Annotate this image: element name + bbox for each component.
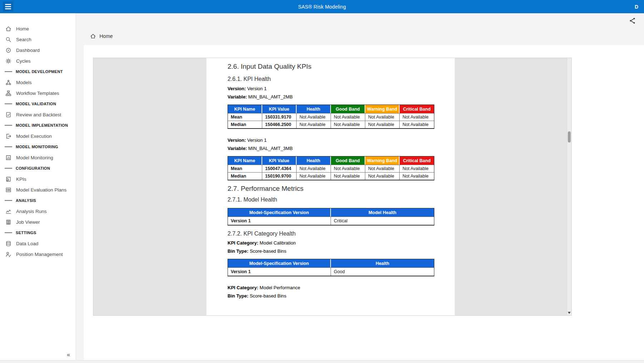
table-cell: Not Available [400, 113, 434, 121]
table-header-row: KPI Name KPI Value Health Good Band Warn… [228, 105, 434, 113]
sidebar-section-label: MODEL IMPLEMENTATION [16, 123, 68, 127]
sidebar-nav: Home Search Dashboard Cycles MODEL DEVEL… [0, 13, 76, 360]
section-heading-27: 2.7. Performance Metrics [228, 184, 435, 193]
sidebar-item-label: Search [16, 37, 31, 42]
col-critical-band: Critical Band [400, 105, 434, 113]
sidebar-item-dashboard[interactable]: Dashboard [0, 45, 76, 55]
section-dash-icon [5, 232, 12, 233]
table-cell: 150190.9700 [262, 172, 297, 180]
sidebar-item-position-management[interactable]: Position Management [0, 249, 76, 260]
table-cell: Not Available [297, 113, 331, 121]
breadcrumb-home[interactable]: Home [99, 33, 113, 39]
document-scrollbar[interactable] [567, 58, 571, 315]
sidebar-collapse-button[interactable]: « [67, 352, 70, 358]
col-health: Health [297, 105, 331, 113]
sidebar-section-model-development: MODEL DEVELOPMENT [0, 66, 76, 77]
kpi-category-health-table: Model-Specification Version Health Versi… [228, 259, 434, 276]
sidebar-item-workflow-templates[interactable]: Workflow Templates [0, 88, 76, 98]
sidebar-item-home[interactable]: Home [0, 23, 76, 34]
sidebar-item-data-load[interactable]: Data Load [0, 238, 76, 249]
version-value: Version 1 [247, 137, 267, 143]
data-load-icon [5, 241, 11, 247]
model-evaluation-plans-icon [5, 187, 11, 193]
sidebar-section-configuration: CONFIGURATION [0, 163, 76, 174]
sidebar-section-label: SETTINGS [16, 231, 36, 235]
sidebar-item-label: Model Evaluation Plans [16, 187, 67, 193]
table-cell: Not Available [365, 113, 400, 121]
app-topbar: SAS® Risk Modeling D [0, 0, 644, 13]
sidebar-section-label: MODEL DEVELOPMENT [16, 69, 63, 74]
sidebar-item-cycles[interactable]: Cycles [0, 55, 76, 66]
position-management-icon [5, 251, 11, 257]
table-header-row: KPI Name KPI Value Health Good Band Warn… [228, 156, 434, 165]
job-viewer-icon [5, 219, 11, 225]
variable-line: Variable: MIN_BAL_AMT_2MB [228, 94, 435, 100]
sidebar-section-settings: SETTINGS [0, 227, 76, 238]
col-warning-band: Warning Band [365, 105, 400, 113]
bin-type-value: Score-based Bins [250, 293, 287, 299]
table-cell: Not Available [400, 121, 434, 128]
main-content: Home 2.6. Input Data Quality KPIs 2.6.1.… [77, 13, 644, 360]
sidebar-item-label: Cycles [16, 58, 31, 64]
sidebar-item-label: Home [16, 26, 29, 32]
table-header-row: Model-Specification Version Model Health [228, 208, 434, 217]
variable-label: Variable: [228, 146, 247, 151]
table-cell: Not Available [331, 113, 365, 121]
table-row: Median 150466.2500 Not Available Not Ava… [228, 121, 434, 128]
sidebar-item-review-and-backtest[interactable]: Review and Backtest [0, 109, 76, 120]
col-critical-band: Critical Band [400, 156, 434, 165]
table-cell: Not Available [331, 172, 365, 180]
table-cell: Not Available [365, 121, 400, 128]
sidebar-item-search[interactable]: Search [0, 34, 76, 45]
col-warning-band: Warning Band [365, 156, 400, 165]
section-dash-icon [5, 200, 12, 201]
table-row: Median 150190.9700 Not Available Not Ava… [228, 172, 434, 180]
report-panel: 2.6. Input Data Quality KPIs 2.6.1. KPI … [84, 45, 644, 360]
sidebar-item-job-viewer[interactable]: Job Viewer [0, 217, 76, 227]
user-avatar[interactable]: D [635, 0, 638, 13]
sidebar-section-model-implementation: MODEL IMPLEMENTATION [0, 120, 76, 131]
report-page: 2.6. Input Data Quality KPIs 2.6.1. KPI … [206, 58, 455, 315]
sidebar-item-label: Analysis Runs [16, 209, 47, 214]
section-heading-261: 2.6.1. KPI Health [228, 76, 435, 83]
kpi-category-label: KPI Category: [228, 285, 258, 290]
sidebar-section-label: ANALYSIS [16, 198, 36, 203]
sidebar-item-model-execution[interactable]: Model Execution [0, 131, 76, 141]
sidebar-item-label: Models [16, 80, 32, 85]
section-heading-26: 2.6. Input Data Quality KPIs [228, 62, 435, 71]
kpi-category-line: KPI Category: Model Calibration [228, 240, 435, 246]
table-cell: Mean [228, 165, 262, 172]
table-cell: Not Available [297, 121, 331, 128]
bin-type-value: Score-based Bins [250, 248, 287, 254]
breadcrumb[interactable]: Home [90, 33, 113, 39]
scrollbar-down-arrow-icon[interactable] [568, 312, 571, 314]
scrollbar-thumb[interactable] [568, 131, 571, 142]
status-cell-critical: Critical [331, 217, 434, 225]
sidebar-item-models[interactable]: Models [0, 77, 76, 88]
share-icon[interactable] [629, 17, 636, 24]
variable-label: Variable: [228, 94, 247, 100]
sidebar-item-model-monitoring[interactable]: Model Monitoring [0, 152, 76, 163]
version-label: Version: [228, 137, 246, 143]
bin-type-line: Bin Type: Score-based Bins [228, 293, 435, 299]
sidebar-item-kpis[interactable]: KPIs [0, 174, 76, 184]
home-icon [5, 26, 11, 32]
app-title: SAS® Risk Modeling [0, 0, 644, 13]
model-health-table: Model-Specification Version Model Health… [228, 208, 434, 226]
table-cell: Not Available [400, 172, 434, 180]
table-cell: 150331.9170 [262, 113, 297, 121]
section-dash-icon [5, 125, 12, 126]
kpi-category-value: Model Performance [260, 285, 300, 290]
table-cell: Not Available [365, 172, 400, 180]
sidebar-item-analysis-runs[interactable]: Analysis Runs [0, 206, 76, 217]
sidebar-item-model-evaluation-plans[interactable]: Model Evaluation Plans [0, 184, 76, 195]
kpi-category-value: Model Calibration [260, 240, 296, 246]
dashboard-icon [5, 47, 11, 53]
col-health: Health [297, 156, 331, 165]
table-cell: Not Available [365, 165, 400, 172]
kpi-health-table-3mb: KPI Name KPI Value Health Good Band Warn… [228, 156, 434, 180]
sidebar-item-label: Dashboard [16, 48, 40, 53]
table-row: Mean 150047.4364 Not Available Not Avail… [228, 165, 434, 172]
analysis-runs-icon [5, 208, 11, 214]
cycles-icon [5, 58, 11, 64]
